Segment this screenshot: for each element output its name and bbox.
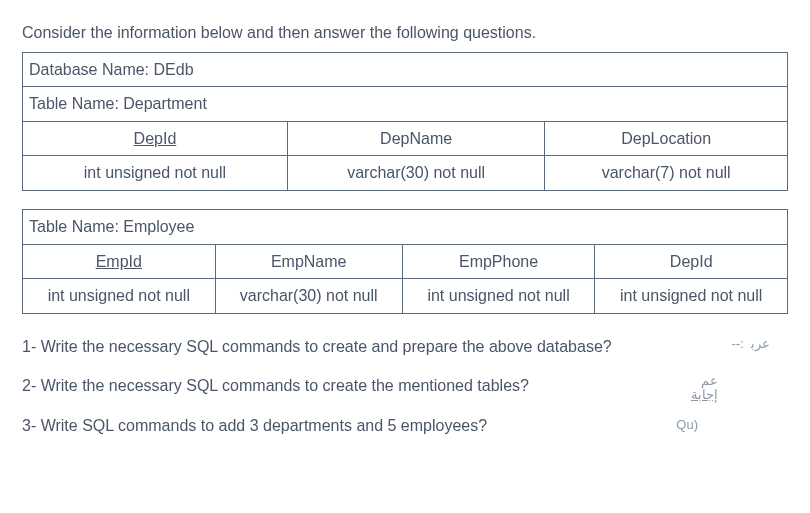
table1-header-2: DepLocation [545,121,788,156]
questions-block: 1- Write the necessary SQL commands to c… [22,334,788,439]
table2-title: Table Name: Employee [23,209,788,244]
table1-type-2: varchar(7) not null [545,156,788,191]
table2-type-1: varchar(30) not null [215,279,402,314]
table2-header-2: EmpPhone [402,244,595,279]
table1-type-1: varchar(30) not null [287,156,544,191]
table2-type-2: int unsigned not null [402,279,595,314]
table2-type-3: int unsigned not null [595,279,788,314]
question-3: 3- Write SQL commands to add 3 departmen… [22,413,788,439]
table1-type-0: int unsigned not null [23,156,288,191]
question-2: 2- Write the necessary SQL commands to c… [22,373,788,399]
table2-type-0: int unsigned not null [23,279,216,314]
table1-title: Table Name: Department [23,87,788,122]
table1-header-1: DepName [287,121,544,156]
annotation-1: --: ﻋﺮﺑ [731,334,770,355]
table1-header-0: DepId [23,121,288,156]
table2-header-0: EmpId [23,244,216,279]
intro-text: Consider the information below and then … [22,20,788,46]
table2-header-1: EmpName [215,244,402,279]
table2-header-3: DepId [595,244,788,279]
annotation-3: Qu) [676,415,698,436]
employee-table: Table Name: Employee EmpId EmpName EmpPh… [22,209,788,314]
annotation-2b: ﺇﺟﺎﺑﺔ [691,385,718,406]
department-table: Database Name: DEdb Table Name: Departme… [22,52,788,191]
db-name-row: Database Name: DEdb [23,52,788,87]
question-1: 1- Write the necessary SQL commands to c… [22,334,788,360]
